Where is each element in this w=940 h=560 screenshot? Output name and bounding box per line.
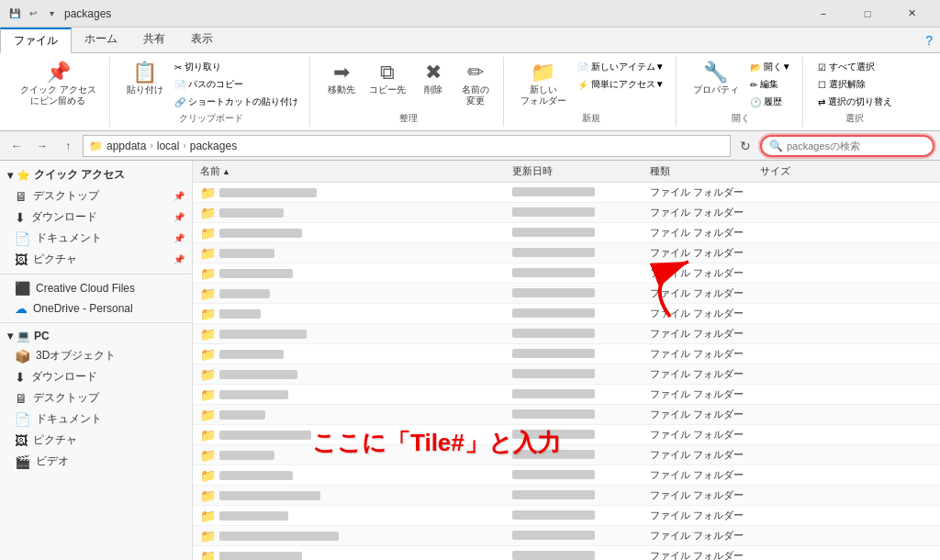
onedrive-icon: ☁ (15, 301, 28, 316)
shortcut-icon: 🔗 (174, 97, 185, 107)
address-path[interactable]: 📁 appdata › local › packages (83, 135, 731, 157)
tab-home[interactable]: ホーム (72, 28, 130, 52)
up-button[interactable]: ↑ (57, 135, 79, 157)
table-row[interactable]: 📁ファイル フォルダー (193, 263, 940, 284)
select-all-icon: ☑ (818, 62, 826, 73)
col-header-date[interactable]: 更新日時 (512, 164, 650, 178)
sidebar-item-pc-video[interactable]: 🎬 ビデオ (0, 451, 192, 472)
new-item-icon: 📄 (577, 62, 588, 73)
rename-button[interactable]: ✏ 名前の変更 (455, 59, 496, 110)
sidebar-item-creative-cloud[interactable]: ⬛ Creative Cloud Files (0, 278, 192, 298)
path-local: local (157, 140, 180, 152)
table-row[interactable]: 📁ファイル フォルダー (193, 465, 940, 486)
table-row[interactable]: 📁ファイル フォルダー (193, 284, 940, 304)
path-packages: packages (190, 140, 237, 152)
close-button[interactable]: ✕ (890, 0, 933, 28)
forward-button[interactable]: → (31, 135, 53, 157)
dropdown-icon[interactable]: ▾ (44, 6, 59, 21)
sidebar-pc-video-label: ビデオ (36, 454, 69, 469)
sidebar-item-documents[interactable]: 📄 ドキュメント 📌 (0, 228, 192, 249)
file-area: 名前 ▲ 更新日時 種類 サイズ 📁ファイル フォルダー📁ファイル フォルダー📁… (193, 161, 940, 560)
select-all-button[interactable]: ☑ すべて選択 (814, 59, 896, 75)
table-row[interactable]: 📁ファイル フォルダー (193, 223, 940, 243)
cut-icon: ✂ (174, 62, 182, 73)
search-input[interactable] (787, 140, 925, 151)
back-button[interactable]: ← (6, 135, 28, 157)
invert-select-button[interactable]: ⇄ 選択の切り替え (814, 94, 896, 110)
folder-icon: 📁 (200, 488, 216, 503)
new-folder-button[interactable]: 📁 新しいフォルダー (515, 59, 572, 110)
edit-button[interactable]: ✏ 編集 (746, 76, 795, 93)
new-buttons: 📁 新しいフォルダー 📄 新しいアイテム▼ ⚡ 簡単にアクセス▼ (515, 59, 668, 110)
sidebar-download-label: ダウンロード (31, 209, 97, 225)
refresh-button[interactable]: ↻ (734, 135, 756, 157)
sidebar-3d-label: 3Dオブジェクト (36, 348, 116, 364)
sidebar-item-pc-pictures[interactable]: 🖼 ピクチャ (0, 430, 192, 451)
sidebar-item-3d[interactable]: 📦 3Dオブジェクト (0, 345, 192, 366)
table-row[interactable]: 📁ファイル フォルダー (193, 405, 940, 425)
ribbon-group-organize: ➡ 移動先 ⧉ コピー先 ✖ 削除 ✏ 名前の変更 整理 (314, 57, 504, 127)
quickaccess-label: クイック アクセス (34, 167, 125, 183)
table-row[interactable]: 📁ファイル フォルダー (193, 364, 940, 385)
organize-buttons: ➡ 移動先 ⧉ コピー先 ✖ 削除 ✏ 名前の変更 (321, 59, 496, 110)
tab-file[interactable]: ファイル (0, 28, 72, 53)
table-row[interactable]: 📁ファイル フォルダー (193, 385, 940, 405)
easy-access-button[interactable]: ⚡ 簡単にアクセス▼ (574, 76, 668, 93)
col-header-name[interactable]: 名前 ▲ (200, 164, 512, 178)
table-row[interactable]: 📁ファイル フォルダー (193, 183, 940, 203)
ribbon-group-clipboard: 📋 貼り付け ✂ 切り取り 📄 パスのコピー 🔗 ショートカットの貼り付け クリ… (114, 57, 310, 127)
table-row[interactable]: 📁ファイル フォルダー (193, 506, 940, 526)
sidebar-item-pc-documents[interactable]: 📄 ドキュメント (0, 409, 192, 430)
table-row[interactable]: 📁ファイル フォルダー (193, 304, 940, 324)
help-icon[interactable]: ? (925, 33, 933, 48)
properties-button[interactable]: 🔧 プロパティ (688, 59, 744, 99)
sidebar-item-desktop[interactable]: 🖥 デスクトップ 📌 (0, 185, 192, 207)
new-item-button[interactable]: 📄 新しいアイテム▼ (574, 59, 668, 75)
table-row[interactable]: 📁ファイル フォルダー (193, 546, 940, 560)
history-button[interactable]: 🕐 履歴 (746, 94, 795, 110)
tab-view[interactable]: 表示 (178, 28, 226, 52)
open-button[interactable]: 📂 開く▼ (746, 59, 795, 75)
copy-to-button[interactable]: ⧉ コピー先 (364, 59, 411, 99)
maximize-button[interactable]: □ (846, 0, 889, 28)
minimize-button[interactable]: − (802, 0, 845, 28)
table-row[interactable]: 📁ファイル フォルダー (193, 203, 940, 223)
sidebar-pc-header[interactable]: ▾ 💻 PC (0, 327, 192, 345)
sidebar-item-pc-download[interactable]: ⬇ ダウンロード (0, 366, 192, 387)
copy-path-button[interactable]: 📄 パスのコピー (171, 76, 302, 93)
delete-button[interactable]: ✖ 削除 (413, 59, 453, 99)
save-icon: 💾 (7, 6, 22, 21)
table-row[interactable]: 📁ファイル フォルダー (193, 526, 940, 546)
table-row[interactable]: 📁ファイル フォルダー (193, 425, 940, 445)
desktop-icon: 🖥 (15, 189, 28, 204)
path-folder-icon: 📁 (89, 140, 103, 152)
table-row[interactable]: 📁ファイル フォルダー (193, 445, 940, 465)
sidebar-item-pictures[interactable]: 🖼 ピクチャ 📌 (0, 249, 192, 270)
pictures-icon: 🖼 (15, 252, 28, 267)
col-header-size[interactable]: サイズ (760, 164, 834, 178)
deselect-button[interactable]: ☐ 選択解除 (814, 76, 896, 93)
sidebar-item-onedrive[interactable]: ☁ OneDrive - Personal (0, 298, 192, 319)
table-row[interactable]: 📁ファイル フォルダー (193, 243, 940, 263)
folder-icon: 📁 (200, 246, 216, 261)
sidebar-item-pc-desktop[interactable]: 🖥 デスクトップ (0, 387, 192, 409)
table-row[interactable]: 📁ファイル フォルダー (193, 344, 940, 364)
move-to-button[interactable]: ➡ 移動先 (321, 59, 362, 99)
folder-icon: 📁 (200, 266, 216, 281)
tab-share[interactable]: 共有 (130, 28, 178, 52)
cut-button[interactable]: ✂ 切り取り (171, 59, 302, 75)
table-row[interactable]: 📁ファイル フォルダー (193, 486, 940, 506)
ribbon-content: 📌 クイック アクセスにピン留める 📋 貼り付け ✂ 切り取り 📄 パスのコピー (0, 53, 940, 131)
path-sep-1: › (150, 140, 152, 151)
sidebar-item-download[interactable]: ⬇ ダウンロード 📌 (0, 207, 192, 228)
pin-quickaccess-button[interactable]: 📌 クイック アクセスにピン留める (15, 59, 102, 110)
table-row[interactable]: 📁ファイル フォルダー (193, 324, 940, 344)
sidebar-quickaccess-header[interactable]: ▾ ⭐ クイック アクセス (0, 164, 192, 185)
quickaccess-icon: ⭐ (17, 169, 30, 182)
new-folder-icon: 📁 (531, 62, 555, 83)
search-box[interactable]: 🔍 (760, 135, 934, 157)
paste-button[interactable]: 📋 貼り付け (121, 59, 169, 99)
paste-shortcut-button[interactable]: 🔗 ショートカットの貼り付け (171, 94, 302, 110)
pc-icon: 💻 (17, 330, 30, 342)
col-header-type[interactable]: 種類 (650, 164, 760, 178)
